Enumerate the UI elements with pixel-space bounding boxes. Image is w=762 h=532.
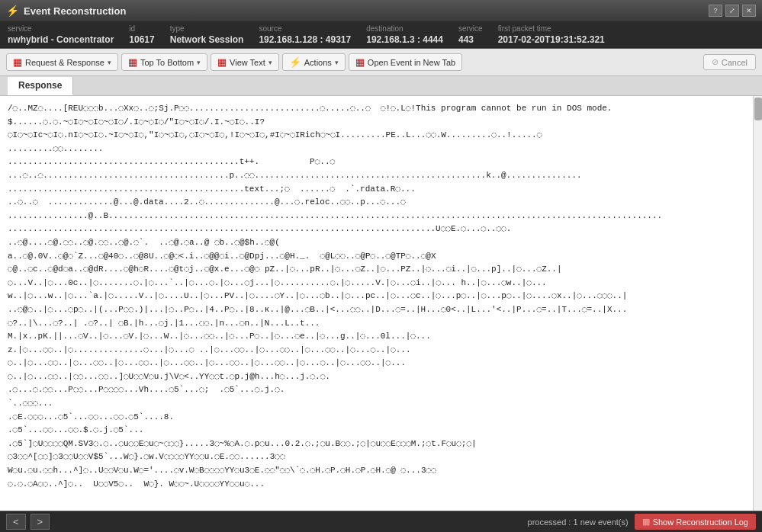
hex-line: ...◌..◌.................................… [8,169,745,183]
window-title: Event Reconstruction [24,5,126,17]
top-to-bottom-chevron: ▾ [197,59,201,66]
meta-fp-value: 2017-02-20T19:31:52.321 [498,34,605,45]
titlebar: ⚡ Event Reconstruction ? ⤢ ✕ [0,0,762,21]
hex-line: ◌..|◌...◌◌..|◌◌...◌◌..]◌U◌◌V◌u.j\V◌<..YY… [8,370,745,384]
hex-line: ........................................… [8,155,745,169]
hex-line: ◌?..|\...◌?..| .◌?..| ◌B.|h...◌j.|1...◌◌… [8,317,745,331]
meta-fp-label: first packet time [498,24,605,33]
maximize-button[interactable]: ⤢ [725,5,739,17]
hex-line: .◌E.◌◌◌...◌5`...◌◌...◌◌.◌5`....8. [8,411,745,425]
hex-line: ◌3◌◌^[◌◌]◌3◌◌U◌◌V$5`...W◌}.◌w.V◌◌◌◌YY◌◌u… [8,450,745,464]
content-area: Response /◌..MZ◌....[REU◌◌◌b...◌Xx◌..◌;S… [0,76,762,511]
hex-content[interactable]: /◌..MZ◌....[REU◌◌◌b...◌Xx◌..◌;Sj.P◌◌....… [0,96,753,511]
request-response-button[interactable]: ▦ Request & Response ▾ [6,53,118,71]
response-tab[interactable]: Response [8,77,73,95]
request-response-chevron: ▾ [108,59,111,66]
next-button[interactable]: > [31,514,50,530]
help-button[interactable]: ? [709,5,722,17]
hex-line: ................@..B....................… [8,210,745,223]
top-to-bottom-button[interactable]: ▦ Top To Bottom ▾ [121,53,207,71]
meta-dest-label: destination [366,24,443,33]
cancel-icon: ⊘ [712,57,719,67]
hex-line: ◌@..◌c..◌@d◌a..◌@dR....◌@h◌R....◌@t◌j..◌… [8,263,745,277]
meta-destination: destination 192.168.1.3 : 4444 [366,24,443,45]
hex-line: ........................................… [8,183,745,197]
meta-dest-value: 192.168.1.3 : 4444 [366,34,443,45]
actions-label: Actions [304,58,332,67]
hex-line: a..◌@.0V..◌@◌`Z...◌@40◌..◌@8U..◌@◌<.i..◌… [8,250,745,264]
meta-service-label: service [8,24,114,33]
window-controls: ? ⤢ ✕ [709,5,756,17]
hex-line: ..◌..◌ .............@...@.data....2..◌..… [8,196,745,210]
hex-line: ..◌@◌..|◌...◌p◌..|(...P◌◌.)|...|◌..P◌..|… [8,303,745,317]
open-event-label: Open Event in New Tab [368,58,455,67]
meta-service: service nwhybrid - Concentrator [8,24,114,45]
show-reconstruction-log-button[interactable]: ▦ Show Reconstruction Log [635,514,756,530]
hex-line: M.|x..pK.||...◌V..|◌...◌V.|◌...W..|◌...◌… [8,330,745,344]
hex-line: z.|◌...◌◌..|◌..............◌...|◌...◌ ..… [8,344,745,357]
meta-bar: service nwhybrid - Concentrator id 10617… [0,21,762,49]
scrollbar[interactable] [753,96,762,511]
view-text-button[interactable]: ▦ View Text ▾ [211,53,279,71]
hex-line: ........................................… [8,223,745,236]
actions-icon: ⚡ [289,56,301,68]
meta-source-value: 192.168.1.128 : 49317 [259,34,351,45]
view-text-icon: ▦ [217,56,227,68]
titlebar-left: ⚡ Event Reconstruction [6,5,126,17]
request-response-label: Request & Response [25,58,104,67]
meta-type: type Network Session [170,24,244,45]
hex-line: ..◌@....◌@.◌◌..◌@.◌◌..◌@.◌`. ..◌@.◌a..@ … [8,236,745,250]
processed-text: processed : 1 new event(s) [528,518,629,527]
toolbar: ▦ Request & Response ▾ ▦ Top To Bottom ▾… [0,49,762,76]
meta-id: id 10617 [129,24,154,45]
tab-area: Response [0,76,762,96]
meta-service2-label: service [458,24,483,33]
meta-id-label: id [129,24,154,33]
status-left: < > [6,514,50,530]
meta-type-label: type [170,24,244,33]
hex-line: `..◌◌◌... [8,397,745,411]
meta-id-value: 10617 [129,34,154,45]
actions-button[interactable]: ⚡ Actions ▾ [282,53,346,71]
meta-type-value: Network Session [170,34,244,45]
top-to-bottom-label: Top To Bottom [140,58,194,67]
close-button[interactable]: ✕ [742,5,756,17]
statusbar: < > processed : 1 new event(s) ▦ Show Re… [0,511,762,532]
hex-line: ◌...V..|◌...0c..|◌.......◌.|◌...`..|◌...… [8,277,745,290]
prev-button[interactable]: < [6,514,26,530]
meta-service-value: nwhybrid - Concentrator [8,34,114,45]
cancel-button[interactable]: ⊘ Cancel [703,54,756,70]
hex-line: W◌u.◌u.◌◌h...^]◌..U◌◌V◌u.W◌='....◌v.W◌B◌… [8,464,745,478]
hex-line: ◌..|◌...◌◌..|◌...◌◌..|◌...◌◌..|◌...◌◌..|… [8,357,745,370]
view-text-chevron: ▾ [268,59,272,66]
hex-line: .◌5`...◌◌...◌◌.$.◌.j.◌5`... [8,424,745,437]
actions-chevron: ▾ [335,59,339,66]
open-event-button[interactable]: ▦ Open Event in New Tab [349,53,462,71]
app-icon: ⚡ [6,5,19,17]
hex-line: /◌..MZ◌....[REU◌◌◌b...◌Xx◌..◌;Sj.P◌◌....… [8,102,745,116]
view-text-label: View Text [230,58,265,67]
request-response-icon: ▦ [13,56,22,68]
meta-source: source 192.168.1.128 : 49317 [259,24,351,45]
hex-line: ◌.◌.◌A◌◌..^]◌.. U◌◌V5◌.. W◌}. W◌◌~.U◌◌◌◌… [8,478,745,492]
meta-service2-value: 443 [458,34,483,45]
top-to-bottom-icon: ▦ [128,56,137,68]
meta-service2: service 443 [458,24,483,45]
cancel-label: Cancel [722,58,748,67]
recon-log-icon: ▦ [642,517,650,527]
recon-log-label: Show Reconstruction Log [653,518,748,527]
hex-line: .◌...◌.◌◌...P◌◌...P◌◌◌◌...Vh....◌5`...◌;… [8,383,745,397]
meta-first-packet: first packet time 2017-02-20T19:31:52.32… [498,24,605,45]
hex-line: w..|◌...w..|◌...`a.|◌.....V..|◌....U..|◌… [8,290,745,303]
hex-line: .◌5`]◌U◌◌◌◌QM.SV3◌.◌..◌u◌◌E◌u◌~◌◌◌}.....… [8,437,745,451]
open-event-icon: ▦ [355,56,365,68]
hex-line: ◌I◌~◌Ic~◌I◌.nI◌~◌I◌.~I◌~◌I◌,"I◌~◌I◌,◌I◌~… [8,129,745,143]
status-right: processed : 1 new event(s) ▦ Show Recons… [528,514,756,530]
meta-source-label: source [259,24,351,33]
hex-line: $......◌.◌.~◌I◌~◌I◌~◌I◌/.I◌~◌I◌/"I◌~◌I◌/… [8,116,745,130]
hex-line: .........◌◌........ [8,143,745,156]
